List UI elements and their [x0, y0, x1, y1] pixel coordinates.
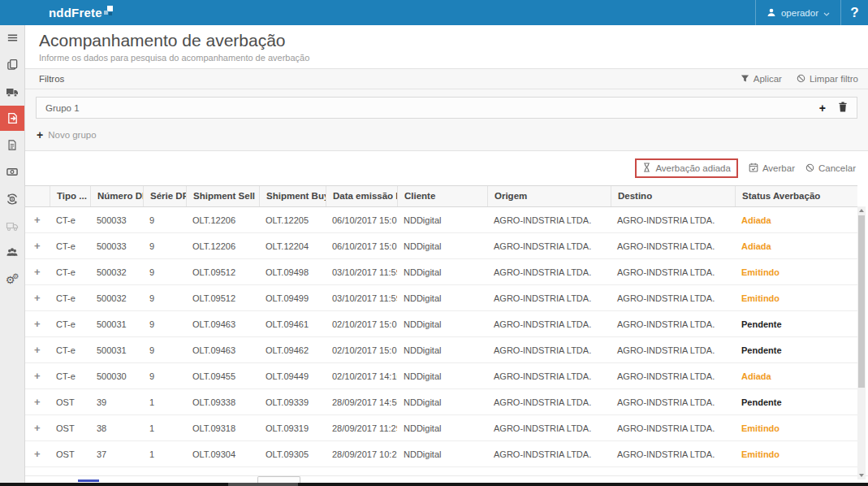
sidebar-item-truck[interactable] — [0, 79, 24, 104]
cell-destino: AGRO-INDSTRIA LTDA. — [611, 345, 735, 355]
column-header-7[interactable]: Cliente — [397, 186, 487, 206]
page-title: Acompanhamento de averbação — [39, 31, 868, 50]
expand-row-button[interactable]: + — [25, 422, 50, 434]
cell-numero-dps: 500032 — [90, 267, 143, 277]
cell-data-emissao: 03/10/2017 11:59 — [326, 267, 397, 277]
cell-serie-dps: 1 — [143, 397, 186, 407]
column-header-1[interactable]: Tipo ... — [50, 186, 90, 206]
table-row[interactable]: + OST 39 1 OLT.09338 OLT.09339 28/09/201… — [25, 389, 857, 415]
sidebar-item-document[interactable] — [0, 132, 24, 158]
cell-numero-dps: 38 — [90, 423, 143, 433]
table-row[interactable]: + CT-e 500032 9 OLT.09512 OLT.09499 03/1… — [25, 285, 857, 311]
sidebar-item-truck-secondary[interactable] — [0, 213, 24, 238]
user-icon — [767, 7, 776, 19]
sidebar-item-users[interactable] — [0, 240, 24, 265]
cell-data-emissao: 02/10/2017 15:01 — [326, 345, 397, 355]
expand-row-button[interactable]: + — [25, 240, 50, 252]
expand-row-button[interactable]: + — [25, 396, 50, 408]
column-header-10[interactable]: Status Averbação — [735, 186, 857, 206]
expand-row-button[interactable]: + — [25, 266, 50, 278]
sidebar-item-settings[interactable]: ⚙⚙ — [0, 267, 24, 292]
cell-origem: AGRO-INDSTRIA LTDA. — [487, 267, 611, 277]
main-content: Acompanhamento de averbação Informe os d… — [25, 25, 868, 483]
filter-group-row[interactable]: Grupo 1 + — [36, 97, 857, 119]
cell-status-averbacao: Adiada — [735, 241, 857, 251]
cell-shipment-sell: OLT.09512 — [186, 267, 259, 277]
cell-numero-dps: 500033 — [90, 241, 143, 251]
table-body: + CT-e 500033 9 OLT.12206 OLT.12205 06/1… — [25, 207, 857, 467]
expand-row-button[interactable]: + — [25, 292, 50, 304]
cell-cliente: NDDigital — [397, 293, 487, 303]
add-filter-button[interactable]: + — [819, 102, 826, 114]
sidebar-item-menu[interactable] — [0, 25, 24, 50]
column-header-2[interactable]: Número DPS — [90, 186, 143, 206]
cell-origem: AGRO-INDSTRIA LTDA. — [487, 371, 611, 381]
apply-filter-button[interactable]: Aplicar — [741, 74, 782, 85]
expand-row-button[interactable]: + — [25, 344, 50, 356]
table-row[interactable]: + CT-e 500031 9 OLT.09463 OLT.09462 02/1… — [25, 337, 857, 363]
new-group-button[interactable]: + Novo grupo — [25, 119, 868, 150]
sidebar-item-averbacao[interactable] — [0, 106, 24, 131]
user-menu-button[interactable]: operador — [756, 0, 840, 25]
cell-serie-dps: 9 — [143, 215, 186, 225]
cell-numero-dps: 37 — [90, 449, 143, 459]
sidebar-item-money-sync[interactable] — [0, 186, 24, 211]
vertical-scrollbar[interactable] — [857, 206, 866, 479]
expand-row-button[interactable]: + — [25, 214, 50, 226]
cell-status-averbacao: Emitindo — [735, 423, 857, 433]
expand-row-button[interactable]: + — [25, 370, 50, 382]
column-header-9[interactable]: Destino — [611, 186, 735, 206]
expand-row-button[interactable]: + — [25, 318, 50, 330]
cell-status-averbacao: Adiada — [735, 371, 857, 381]
cell-shipment-buy: OLT.09461 — [259, 319, 326, 329]
column-header-6[interactable]: Data emissão DPS — [326, 186, 397, 206]
cell-shipment-sell: OLT.09463 — [186, 319, 259, 329]
table-row[interactable]: + OST 38 1 OLT.09318 OLT.09319 28/09/201… — [25, 415, 857, 441]
top-bar: nddFrete operador ? — [0, 0, 868, 25]
cell-destino: AGRO-INDSTRIA LTDA. — [611, 397, 735, 407]
app-logo-text: nddFrete — [49, 6, 102, 20]
filter-group-name: Grupo 1 — [45, 103, 819, 113]
scroll-up-arrow-icon[interactable] — [859, 209, 864, 212]
cell-numero-dps: 500031 — [90, 345, 143, 355]
hourglass-icon — [642, 163, 651, 174]
table-row[interactable]: + CT-e 500033 9 OLT.12206 OLT.12204 06/1… — [25, 233, 857, 259]
horizontal-scrollbar[interactable] — [0, 483, 868, 486]
app-logo-mark-icon — [104, 6, 114, 17]
page-size-select[interactable] — [257, 476, 300, 483]
column-header-4[interactable]: Shipment Sell — [186, 186, 259, 206]
postpone-endorsement-button[interactable]: Averbação adiada — [642, 163, 731, 174]
column-header-5[interactable]: Shipment Buy — [259, 186, 326, 206]
table-row[interactable]: + CT-e 500033 9 OLT.12206 OLT.12205 06/1… — [25, 207, 857, 233]
table-row[interactable]: + OST 37 1 OLT.09304 OLT.09305 28/09/201… — [25, 441, 857, 467]
cell-shipment-sell: OLT.09338 — [186, 397, 259, 407]
active-page-underline[interactable] — [78, 479, 99, 482]
table-row[interactable]: + CT-e 500031 9 OLT.09463 OLT.09461 02/1… — [25, 311, 857, 337]
horizontal-scrollbar-thumb[interactable] — [228, 483, 298, 486]
cell-destino: AGRO-INDSTRIA LTDA. — [611, 449, 735, 459]
table-row[interactable]: + CT-e 500032 9 OLT.09512 OLT.09498 03/1… — [25, 259, 857, 285]
cell-serie-dps: 9 — [143, 319, 186, 329]
endorse-button[interactable]: Averbar — [749, 163, 795, 174]
scrollbar-thumb[interactable] — [858, 215, 865, 388]
grid-actions-toolbar: Averbação adiada Averbar Cancelar — [25, 151, 868, 185]
cell-tipo-dps: OST — [50, 397, 90, 407]
clear-filter-button[interactable]: Limpar filtro — [797, 74, 858, 85]
help-button[interactable]: ? — [841, 0, 868, 25]
column-header-expand[interactable] — [25, 186, 50, 206]
expand-row-button[interactable]: + — [25, 448, 50, 460]
cell-tipo-dps: CT-e — [50, 267, 90, 277]
funnel-icon — [741, 74, 749, 85]
filters-panel: Filtros Aplicar Limpar filtro Grupo 1 — [25, 68, 868, 151]
scroll-down-arrow-icon[interactable] — [859, 474, 864, 477]
sidebar-item-copy[interactable] — [0, 52, 24, 77]
sidebar-item-banknote[interactable] — [0, 159, 24, 184]
trash-icon — [838, 101, 848, 115]
column-header-8[interactable]: Origem — [487, 186, 611, 206]
column-header-3[interactable]: Série DPS — [143, 186, 186, 206]
cell-origem: AGRO-INDSTRIA LTDA. — [487, 215, 611, 225]
cancel-button[interactable]: Cancelar — [805, 163, 856, 174]
cell-numero-dps: 500032 — [90, 293, 143, 303]
delete-group-button[interactable] — [838, 101, 848, 115]
table-row[interactable]: + CT-e 500030 9 OLT.09455 OLT.09449 02/1… — [25, 363, 857, 389]
